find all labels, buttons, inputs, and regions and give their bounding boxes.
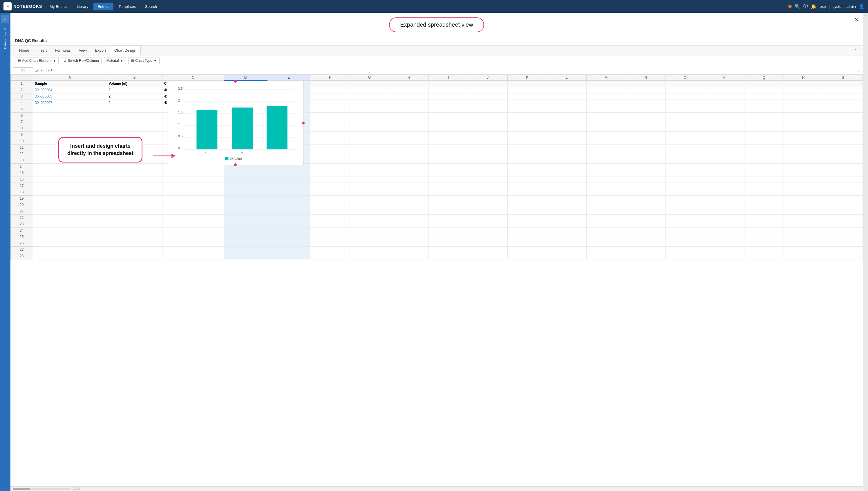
row-header-22[interactable]: 22: [11, 214, 33, 221]
cell-S3[interactable]: [823, 93, 863, 99]
cell-D24[interactable]: [224, 227, 267, 234]
cell-R6[interactable]: [784, 112, 823, 119]
col-header-s[interactable]: S: [823, 75, 863, 81]
cell-F18[interactable]: [310, 189, 350, 195]
cell-I18[interactable]: [428, 189, 468, 195]
cell-O25[interactable]: [665, 234, 705, 240]
cell-K16[interactable]: [507, 176, 547, 182]
cell-I4[interactable]: [428, 99, 468, 106]
cell-O12[interactable]: [665, 151, 705, 157]
col-header-r[interactable]: R: [784, 75, 823, 81]
col-header-q[interactable]: Q: [744, 75, 784, 81]
cell-H16[interactable]: [389, 176, 428, 182]
cell-Q1[interactable]: [744, 80, 784, 87]
cell-H24[interactable]: [389, 227, 428, 234]
cell-N19[interactable]: [626, 195, 665, 202]
cell-P26[interactable]: [705, 240, 744, 247]
cell-L24[interactable]: [547, 227, 586, 234]
nav-entries[interactable]: Entries: [93, 3, 113, 10]
cell-G26[interactable]: [350, 240, 389, 247]
cell-F12[interactable]: [310, 151, 350, 157]
col-header-d[interactable]: D: [224, 75, 267, 81]
cell-K6[interactable]: [507, 112, 547, 119]
cell-N26[interactable]: [626, 240, 665, 247]
cell-A5[interactable]: [33, 106, 107, 112]
cell-G13[interactable]: [350, 157, 389, 163]
chart-type-button[interactable]: ▩ Chart Type ▼: [128, 57, 159, 64]
cell-K26[interactable]: [507, 240, 547, 247]
cell-I26[interactable]: [428, 240, 468, 247]
cell-J5[interactable]: [468, 106, 507, 112]
cell-M20[interactable]: [586, 202, 626, 208]
cell-G15[interactable]: [350, 170, 389, 176]
cell-R10[interactable]: [784, 138, 823, 144]
cell-G12[interactable]: [350, 151, 389, 157]
cell-M24[interactable]: [586, 227, 626, 234]
cell-L27[interactable]: [547, 247, 586, 253]
cell-A16[interactable]: [33, 176, 107, 182]
cell-D23[interactable]: [224, 221, 267, 227]
cell-R12[interactable]: [784, 151, 823, 157]
col-header-f[interactable]: F: [310, 75, 350, 81]
cell-Q8[interactable]: [744, 125, 784, 132]
cell-I10[interactable]: [428, 138, 468, 144]
cell-Q16[interactable]: [744, 176, 784, 182]
cell-Q15[interactable]: [744, 170, 784, 176]
cell-K18[interactable]: [507, 189, 547, 195]
cell-C24[interactable]: [162, 227, 224, 234]
cell-L17[interactable]: [547, 182, 586, 189]
cell-I8[interactable]: [428, 125, 468, 132]
cell-F1[interactable]: [310, 80, 350, 87]
cell-A21[interactable]: [33, 208, 107, 214]
row-header-15[interactable]: 15: [11, 170, 33, 176]
cell-K4[interactable]: [507, 99, 547, 106]
cell-S12[interactable]: [823, 151, 863, 157]
help-icon[interactable]: ⓘ: [803, 3, 808, 9]
cell-G22[interactable]: [350, 214, 389, 221]
cell-J2[interactable]: [468, 87, 507, 93]
cell-K19[interactable]: [507, 195, 547, 202]
cell-F19[interactable]: [310, 195, 350, 202]
cell-Q22[interactable]: [744, 214, 784, 221]
cell-Q21[interactable]: [744, 208, 784, 214]
cell-E28[interactable]: [267, 253, 310, 259]
cell-G5[interactable]: [350, 106, 389, 112]
cell-M14[interactable]: [586, 163, 626, 170]
cell-D18[interactable]: [224, 189, 267, 195]
cell-J25[interactable]: [468, 234, 507, 240]
cell-S9[interactable]: [823, 132, 863, 138]
cell-G2[interactable]: [350, 87, 389, 93]
row-header-10[interactable]: 10: [11, 138, 33, 144]
cell-I14[interactable]: [428, 163, 468, 170]
cell-B25[interactable]: [107, 234, 162, 240]
cell-L28[interactable]: [547, 253, 586, 259]
search-icon[interactable]: 🔍: [795, 4, 800, 9]
cell-D15[interactable]: [224, 170, 267, 176]
tab-insert[interactable]: Insert: [33, 46, 51, 55]
cell-J26[interactable]: [468, 240, 507, 247]
cell-L3[interactable]: [547, 93, 586, 99]
cell-L4[interactable]: [547, 99, 586, 106]
cell-F3[interactable]: [310, 93, 350, 99]
cell-M2[interactable]: [586, 87, 626, 93]
cell-P19[interactable]: [705, 195, 744, 202]
cell-E27[interactable]: [267, 247, 310, 253]
cell-H17[interactable]: [389, 182, 428, 189]
row-header-5[interactable]: 5: [11, 106, 33, 112]
cell-K15[interactable]: [507, 170, 547, 176]
cell-O15[interactable]: [665, 170, 705, 176]
cell-K21[interactable]: [507, 208, 547, 214]
cell-S28[interactable]: [823, 253, 863, 259]
cell-E16[interactable]: [267, 176, 310, 182]
cell-S21[interactable]: [823, 208, 863, 214]
cell-N18[interactable]: [626, 189, 665, 195]
cell-D19[interactable]: [224, 195, 267, 202]
cell-K17[interactable]: [507, 182, 547, 189]
cell-D28[interactable]: [224, 253, 267, 259]
cell-A3[interactable]: DX-000005: [33, 93, 107, 99]
cell-B26[interactable]: [107, 240, 162, 247]
cell-O3[interactable]: [665, 93, 705, 99]
cell-O9[interactable]: [665, 132, 705, 138]
cell-A6[interactable]: [33, 112, 107, 119]
cell-K9[interactable]: [507, 132, 547, 138]
